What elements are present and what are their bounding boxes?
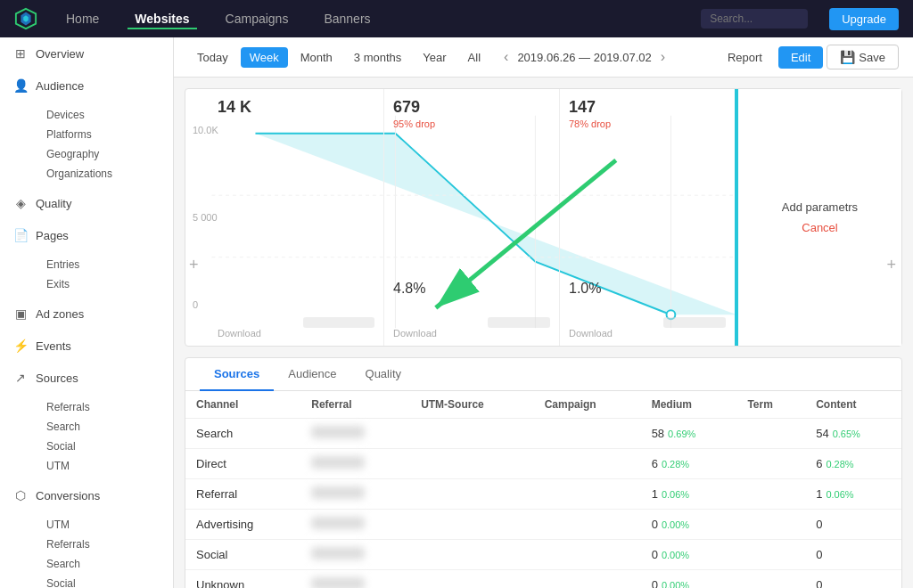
cell-campaign bbox=[534, 570, 641, 589]
save-button[interactable]: 💾 Save bbox=[827, 45, 899, 69]
chart-area: 10.0K 5 000 0 bbox=[185, 88, 902, 347]
cell-channel: Advertising bbox=[185, 510, 300, 540]
time-month-button[interactable]: Month bbox=[292, 47, 341, 68]
cell-content: 10.06% bbox=[805, 479, 901, 510]
cell-utm-source bbox=[410, 449, 534, 479]
cell-content: 60.28% bbox=[805, 449, 901, 479]
main-content: Today Week Month 3 months Year All ‹ 201… bbox=[174, 37, 913, 588]
chart-col3-label: Download bbox=[569, 328, 613, 339]
data-tabs: Sources Audience Quality bbox=[185, 358, 901, 391]
sidebar-item-pages[interactable]: 📄 Pages bbox=[0, 219, 173, 251]
cell-medium: 00.00% bbox=[641, 540, 737, 570]
nav-websites[interactable]: Websites bbox=[127, 8, 196, 29]
sidebar-item-adzones[interactable]: ▣ Ad zones bbox=[0, 298, 173, 330]
sidebar-item-conversions[interactable]: ⬡ Conversions bbox=[0, 479, 173, 511]
col-utm-source: UTM-Source bbox=[410, 391, 534, 419]
chart-col-2: 679 95% drop 4.8% Download bbox=[384, 89, 560, 346]
page-icon: 📄 bbox=[12, 227, 29, 243]
sidebar-item-audience[interactable]: 👤 Audience bbox=[0, 69, 173, 102]
adzones-icon: ▣ bbox=[12, 306, 29, 322]
cell-campaign bbox=[534, 540, 641, 570]
table-row: Referral10.06%10.06% bbox=[185, 479, 901, 510]
col-content: Content bbox=[805, 391, 901, 419]
time-week-button[interactable]: Week bbox=[241, 47, 288, 68]
sidebar-item-conv-referrals[interactable]: Referrals bbox=[36, 535, 173, 554]
cell-term bbox=[736, 540, 805, 570]
nav-search-input[interactable] bbox=[701, 9, 808, 29]
sidebar-item-conv-search[interactable]: Search bbox=[36, 554, 173, 574]
col-referral: Referral bbox=[300, 391, 410, 419]
add-params-label: Add parametrs bbox=[782, 200, 858, 214]
sidebar-item-conv-utm[interactable]: UTM bbox=[36, 515, 173, 535]
cell-content: 0 bbox=[805, 510, 901, 540]
cell-campaign bbox=[534, 510, 641, 540]
chart-col2-blurred bbox=[488, 317, 550, 328]
time-all-button[interactable]: All bbox=[459, 47, 489, 68]
sidebar-item-geography[interactable]: Geography bbox=[36, 144, 173, 164]
sidebar-item-utm[interactable]: UTM bbox=[36, 456, 173, 476]
sidebar-item-social[interactable]: Social bbox=[36, 437, 173, 456]
report-button[interactable]: Report bbox=[715, 46, 775, 69]
pages-submenu: Entries Exits bbox=[0, 251, 173, 298]
cell-referral bbox=[300, 570, 410, 589]
sidebar: ⊞ Overview 👤 Audience Devices Platforms … bbox=[0, 37, 174, 588]
cell-channel: Search bbox=[185, 419, 300, 449]
main-layout: ⊞ Overview 👤 Audience Devices Platforms … bbox=[0, 37, 913, 588]
tab-audience[interactable]: Audience bbox=[274, 358, 350, 391]
edit-button[interactable]: Edit bbox=[778, 46, 823, 69]
sidebar-item-search[interactable]: Search bbox=[36, 417, 173, 437]
nav-campaigns[interactable]: Campaigns bbox=[218, 8, 296, 29]
nav-home[interactable]: Home bbox=[59, 8, 106, 29]
cell-campaign bbox=[534, 479, 641, 510]
cell-term bbox=[736, 449, 805, 479]
sidebar-item-devices[interactable]: Devices bbox=[36, 105, 173, 125]
y-label-10k: 10.0K bbox=[193, 125, 218, 135]
sidebar-item-exits[interactable]: Exits bbox=[36, 274, 173, 294]
cell-utm-source bbox=[410, 479, 534, 510]
nav-banners[interactable]: Banners bbox=[317, 8, 377, 29]
chart-col2-label: Download bbox=[393, 328, 437, 339]
chart-col2-drop: 95% drop bbox=[393, 118, 550, 129]
tab-quality[interactable]: Quality bbox=[351, 358, 415, 391]
add-column-button[interactable]: + bbox=[886, 256, 896, 274]
chart-col-3: 147 78% drop 1.0% Download bbox=[560, 89, 736, 346]
sources-icon: ↗ bbox=[12, 370, 29, 386]
sidebar-item-entries[interactable]: Entries bbox=[36, 255, 173, 274]
sidebar-item-referrals[interactable]: Referrals bbox=[36, 397, 173, 417]
chart-col2-pct: 4.8% bbox=[393, 281, 425, 297]
cell-medium: 00.00% bbox=[641, 570, 737, 589]
data-section: Sources Audience Quality Channel Referra… bbox=[185, 357, 902, 588]
sidebar-item-conv-social[interactable]: Social bbox=[36, 574, 173, 588]
sidebar-item-events[interactable]: ⚡ Events bbox=[0, 330, 173, 362]
tab-sources[interactable]: Sources bbox=[200, 358, 274, 391]
data-table: Channel Referral UTM-Source Campaign Med… bbox=[185, 391, 901, 588]
upgrade-button[interactable]: Upgrade bbox=[829, 8, 899, 30]
cell-channel: Direct bbox=[185, 449, 300, 479]
add-params-box: Add parametrs Cancel + bbox=[736, 89, 901, 346]
time-toolbar: Today Week Month 3 months Year All ‹ 201… bbox=[174, 37, 913, 78]
col-medium: Medium bbox=[641, 391, 737, 419]
top-nav: Home Websites Campaigns Banners Upgrade bbox=[0, 0, 913, 37]
quality-icon: ◈ bbox=[12, 195, 29, 211]
table-row: Search580.69%540.65% bbox=[185, 419, 901, 449]
sidebar-item-quality[interactable]: ◈ Quality bbox=[0, 187, 173, 219]
events-icon: ⚡ bbox=[12, 338, 29, 354]
col-channel: Channel bbox=[185, 391, 300, 419]
person-icon: 👤 bbox=[12, 78, 29, 94]
cancel-params-button[interactable]: Cancel bbox=[802, 221, 837, 234]
date-range-label: 2019.06.26 — 2019.07.02 bbox=[517, 51, 651, 64]
sidebar-item-sources[interactable]: ↗ Sources bbox=[0, 362, 173, 394]
cell-term bbox=[736, 570, 805, 589]
time-3months-button[interactable]: 3 months bbox=[345, 47, 410, 68]
prev-date-button[interactable]: ‹ bbox=[500, 49, 512, 65]
cell-medium: 00.00% bbox=[641, 510, 737, 540]
cell-campaign bbox=[534, 419, 641, 449]
next-date-button[interactable]: › bbox=[657, 49, 669, 65]
table-row: Social00.00%0 bbox=[185, 540, 901, 570]
time-year-button[interactable]: Year bbox=[414, 47, 455, 68]
sidebar-item-overview[interactable]: ⊞ Overview bbox=[0, 37, 173, 69]
time-today-button[interactable]: Today bbox=[188, 47, 237, 68]
cell-medium: 10.06% bbox=[641, 479, 737, 510]
sidebar-item-platforms[interactable]: Platforms bbox=[36, 125, 173, 144]
sidebar-item-organizations[interactable]: Organizations bbox=[36, 164, 173, 184]
